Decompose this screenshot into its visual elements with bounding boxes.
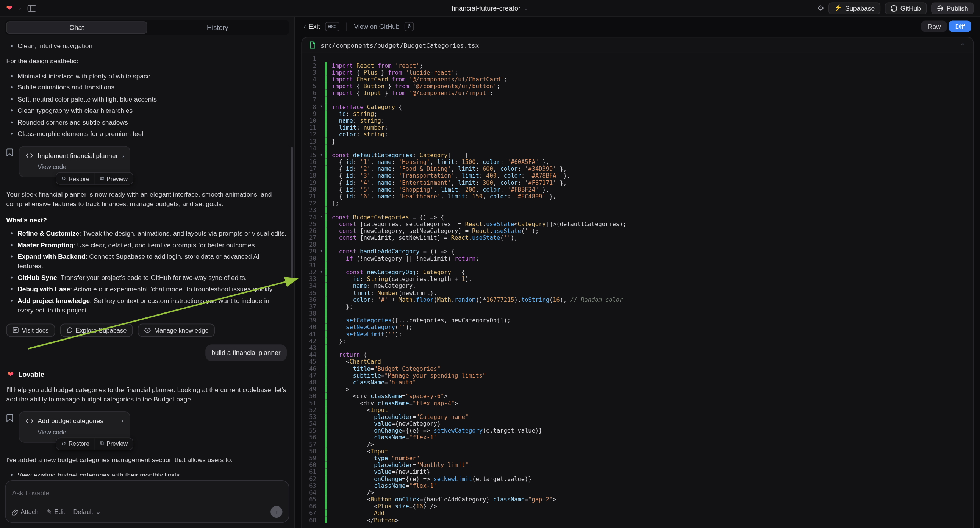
restore-button[interactable]: ↺ Restore: [56, 438, 95, 449]
chevron-down-icon: ⌄: [95, 508, 101, 515]
line-number: 65: [302, 496, 318, 503]
manage-knowledge-button[interactable]: Manage knowledge: [138, 323, 215, 337]
message-more-options-icon[interactable]: ···: [277, 371, 286, 379]
raw-diff-toggle: Raw Diff: [921, 21, 971, 32]
restore-button[interactable]: ↺ Restore: [56, 173, 95, 184]
line-number: 21: [302, 193, 318, 200]
diff-added-marker: [325, 434, 327, 441]
file-header[interactable]: src/components/budget/BudgetCategories.t…: [302, 38, 973, 53]
bookmark-icon[interactable]: [6, 148, 13, 156]
code-text: };: [332, 337, 346, 344]
line-number: 41: [302, 331, 318, 337]
diff-toggle-button[interactable]: Diff: [949, 21, 971, 32]
explore-supabase-button[interactable]: Explore Supabase: [60, 323, 133, 337]
bookmark-icon[interactable]: [6, 413, 13, 421]
line-number: 10: [302, 117, 318, 124]
publish-button[interactable]: Publish: [931, 2, 974, 14]
code-line: 64 />: [302, 489, 973, 496]
code-line: 47 subtitle="Manage your spending limits…: [302, 372, 973, 379]
list-item: Glass-morphic elements for a premium fee…: [18, 129, 287, 138]
send-button[interactable]: ↑: [270, 506, 282, 518]
diff-added-marker: [325, 289, 327, 296]
diff-added-marker: [325, 351, 327, 358]
chat-input[interactable]: [12, 489, 282, 496]
exit-button[interactable]: ‹ Exit: [304, 23, 320, 30]
code-line: 12 color: string;: [302, 131, 973, 137]
line-number: 4: [302, 76, 318, 83]
fold-gutter: [318, 200, 325, 207]
line-number: 2: [302, 62, 318, 69]
mode-selector[interactable]: Default ⌄: [73, 508, 101, 515]
fold-gutter: [318, 337, 325, 344]
code-line: 14: [302, 145, 973, 151]
code-line: 60 placeholder="Monthly limit": [302, 461, 973, 468]
code-line: 5import { Button } from '@/components/ui…: [302, 83, 973, 89]
chat-scroll-area[interactable]: Clean, intuitive navigation For the desi…: [0, 37, 294, 477]
settings-gear-icon[interactable]: ⚙: [818, 4, 824, 13]
added-bullet-list: View existing budget categories with the…: [6, 470, 287, 477]
code-text: <Input: [332, 448, 388, 455]
project-switcher[interactable]: financial-future-creator ⌄: [452, 0, 528, 16]
fold-toggle-icon[interactable]: ▾: [318, 214, 325, 220]
raw-toggle-button[interactable]: Raw: [921, 21, 947, 32]
chat-scrollbar[interactable]: [291, 147, 293, 280]
fold-toggle-icon[interactable]: ▾: [318, 269, 325, 275]
edit-button[interactable]: ✎ Edit: [46, 508, 65, 515]
line-number: 17: [302, 165, 318, 172]
fold-toggle-icon[interactable]: ▾: [318, 151, 325, 158]
fold-gutter: [318, 331, 325, 337]
fold-gutter: [318, 441, 325, 448]
version-card-implement-financial-planner[interactable]: Implement financial planner › View code …: [19, 146, 130, 177]
attach-button[interactable]: Attach: [12, 508, 38, 515]
code-text: </Button>: [332, 517, 399, 523]
line-number: 49: [302, 386, 318, 393]
view-on-github-link[interactable]: View on GitHub: [354, 23, 399, 30]
code-text: <Plus size={16} />: [332, 503, 437, 509]
code-text: return (: [332, 351, 367, 358]
docs-icon: [13, 327, 19, 333]
assistant-header: ❤ Lovable ···: [8, 370, 286, 379]
sidebar-toggle-icon[interactable]: [27, 5, 36, 11]
line-number: 43: [302, 344, 318, 351]
code-line: 49 >: [302, 386, 973, 393]
fold-toggle-icon[interactable]: ▾: [318, 248, 325, 255]
code-line: 46 title="Budget Categories": [302, 365, 973, 372]
line-number: 34: [302, 283, 318, 289]
collapse-chevron-up-icon[interactable]: ⌃: [960, 42, 966, 48]
code-editor[interactable]: 12import React from 'react';3import { Pl…: [302, 53, 973, 528]
diff-added-marker: [325, 241, 327, 248]
fold-gutter: [318, 227, 325, 234]
preview-button[interactable]: ⧉ Preview: [94, 438, 133, 449]
fold-gutter: [318, 241, 325, 248]
code-line: 26 const [newCategory, setNewCategory] =…: [302, 227, 973, 234]
tab-chat[interactable]: Chat: [6, 21, 147, 34]
view-code-link[interactable]: View code: [38, 162, 123, 172]
fold-gutter: [318, 193, 325, 200]
fold-gutter: [318, 296, 325, 303]
fold-toggle-icon[interactable]: ▾: [318, 103, 325, 110]
workspace-chevron-down-icon[interactable]: ⌄: [18, 5, 22, 11]
code-text: Add: [332, 510, 385, 517]
line-number: 26: [302, 227, 318, 234]
visit-docs-button[interactable]: Visit docs: [6, 323, 55, 337]
code-line: 66 <Plus size={16} />: [302, 503, 973, 509]
code-panel: ‹ Exit esc View on GitHub 6 Raw Diff src…: [294, 17, 980, 528]
list-item: Clean typography with clear hierarchies: [18, 106, 287, 115]
preview-button[interactable]: ⧉ Preview: [94, 173, 133, 184]
lovable-logo-heart-icon[interactable]: ❤: [6, 5, 13, 12]
code-text: };: [332, 303, 353, 310]
tab-history[interactable]: History: [147, 21, 288, 34]
file-path: src/components/budget/BudgetCategories.t…: [320, 42, 479, 48]
diff-added-marker: [325, 76, 327, 83]
code-text: name: string;: [332, 117, 385, 124]
github-button[interactable]: GitHub: [885, 2, 927, 14]
version-card-add-budget-categories[interactable]: Add budget categories › View code ↺ Rest…: [19, 411, 130, 442]
code-text: if (!newCategory || !newLimit) return;: [332, 255, 479, 262]
code-line: 48 className="h-auto": [302, 379, 973, 386]
code-text: const newCategoryObj: Category = {: [332, 269, 465, 275]
line-number: 52: [302, 406, 318, 413]
line-number: 45: [302, 358, 318, 365]
view-code-link[interactable]: View code: [38, 427, 123, 437]
fold-gutter: [318, 83, 325, 89]
supabase-button[interactable]: ⚡ Supabase: [829, 2, 880, 14]
